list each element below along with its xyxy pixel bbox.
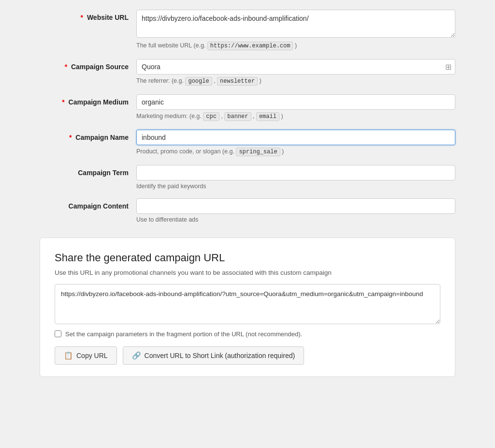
campaign-content-field-col: Use to differentiate ads bbox=[136, 198, 455, 223]
campaign-medium-field-col: Marketing medium: (e.g. cpc , banner , e… bbox=[136, 94, 455, 121]
name-hint-code: spring_sale bbox=[236, 148, 280, 156]
website-url-input[interactable] bbox=[136, 10, 455, 38]
clipboard-icon: 📋 bbox=[64, 351, 73, 360]
grid-icon: ⊞ bbox=[445, 62, 451, 72]
campaign-content-label: Campaign Content bbox=[40, 198, 136, 210]
campaign-medium-hint: Marketing medium: (e.g. cpc , banner , e… bbox=[136, 112, 455, 121]
form-container: * Website URL The full website URL (e.g.… bbox=[40, 10, 455, 377]
campaign-source-hint: The referrer: (e.g. google , newsletter … bbox=[136, 77, 455, 86]
fragment-checkbox[interactable] bbox=[55, 330, 61, 337]
share-box-desc: Use this URL in any promotional channels… bbox=[55, 269, 440, 276]
website-url-hint-code: https://www.example.com bbox=[207, 42, 293, 50]
campaign-name-field-col: Product, promo code, or slogan (e.g. spr… bbox=[136, 130, 455, 156]
campaign-source-label: * Campaign Source bbox=[40, 59, 136, 71]
campaign-medium-row: * Campaign Medium Marketing medium: (e.g… bbox=[40, 94, 455, 121]
copy-url-button[interactable]: 📋 Copy URL bbox=[55, 346, 117, 365]
website-url-hint: The full website URL (e.g. https://www.e… bbox=[136, 42, 455, 50]
medium-hint-code2: banner bbox=[224, 112, 251, 121]
campaign-term-label: Campaign Term bbox=[40, 165, 136, 177]
fragment-label: Set the campaign parameters in the fragm… bbox=[65, 330, 302, 338]
share-box-title: Share the generated campaign URL bbox=[55, 252, 440, 264]
campaign-term-row: Campaign Term Identify the paid keywords bbox=[40, 165, 455, 190]
campaign-content-input[interactable] bbox=[136, 198, 455, 214]
required-star-website: * bbox=[81, 14, 83, 21]
campaign-name-hint: Product, promo code, or slogan (e.g. spr… bbox=[136, 148, 455, 156]
button-row: 📋 Copy URL 🔗 Convert URL to Short Link (… bbox=[55, 346, 440, 365]
campaign-term-hint: Identify the paid keywords bbox=[136, 183, 455, 190]
campaign-name-input[interactable] bbox=[136, 130, 455, 145]
required-star-medium: * bbox=[62, 98, 64, 106]
source-hint-code2: newsletter bbox=[217, 77, 258, 86]
required-star-source: * bbox=[65, 63, 67, 71]
website-url-row: * Website URL The full website URL (e.g.… bbox=[40, 10, 455, 50]
share-box: Share the generated campaign URL Use thi… bbox=[40, 238, 455, 377]
campaign-source-input-wrapper: ⊞ bbox=[136, 59, 455, 75]
convert-url-button[interactable]: 🔗 Convert URL to Short Link (authorizati… bbox=[123, 346, 305, 365]
campaign-name-row: * Campaign Name Product, promo code, or … bbox=[40, 130, 455, 156]
link-icon: 🔗 bbox=[132, 351, 141, 360]
campaign-name-label: * Campaign Name bbox=[40, 130, 136, 141]
campaign-medium-label: * Campaign Medium bbox=[40, 94, 136, 106]
source-hint-code1: google bbox=[185, 77, 212, 86]
campaign-medium-input[interactable] bbox=[136, 94, 455, 110]
campaign-term-input[interactable] bbox=[136, 165, 455, 180]
medium-hint-code1: cpc bbox=[203, 112, 219, 121]
fragment-row: Set the campaign parameters in the fragm… bbox=[55, 330, 440, 338]
campaign-content-row: Campaign Content Use to differentiate ad… bbox=[40, 198, 455, 223]
required-star-name: * bbox=[69, 134, 72, 141]
website-url-field-col: The full website URL (e.g. https://www.e… bbox=[136, 10, 455, 50]
campaign-term-field-col: Identify the paid keywords bbox=[136, 165, 455, 190]
website-url-label: * Website URL bbox=[40, 10, 136, 21]
campaign-source-input[interactable] bbox=[136, 59, 455, 75]
campaign-source-field-col: ⊞ The referrer: (e.g. google , newslette… bbox=[136, 59, 455, 86]
medium-hint-code3: email bbox=[256, 112, 279, 121]
campaign-source-row: * Campaign Source ⊞ The referrer: (e.g. … bbox=[40, 59, 455, 86]
campaign-content-hint: Use to differentiate ads bbox=[136, 216, 455, 223]
generated-url-textarea[interactable] bbox=[55, 284, 440, 324]
